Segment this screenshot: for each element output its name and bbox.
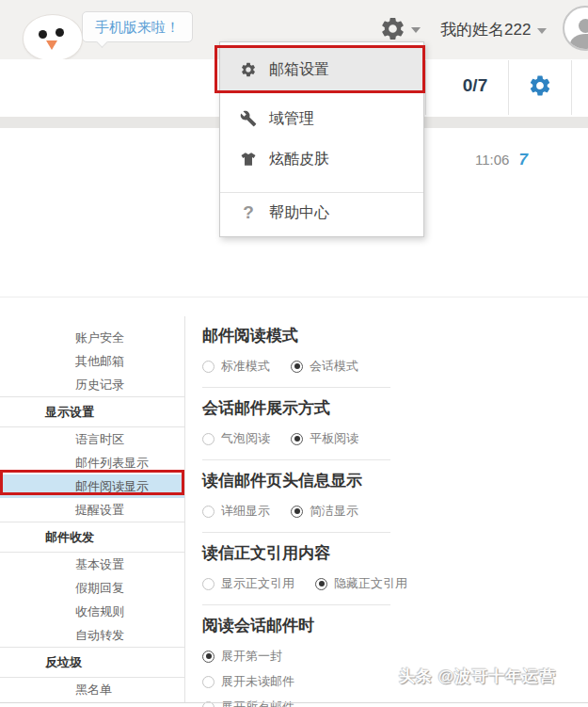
- sidebar-item-mail-list-display[interactable]: 邮件列表显示: [0, 451, 184, 474]
- sidebar-item-label: 语言时区: [45, 432, 124, 446]
- bubble-tail: [96, 36, 108, 48]
- radio-option-concise-display[interactable]: 简洁显示: [291, 503, 358, 520]
- section-divider: [202, 532, 390, 533]
- section-title-when-reading-conversation: 阅读会话邮件时: [202, 616, 434, 635]
- sidebar-item-language-timezone[interactable]: 语言时区: [0, 427, 184, 451]
- radio-option-bubble-reading[interactable]: 气泡阅读: [202, 430, 270, 447]
- timestamp: 11:06: [475, 152, 509, 168]
- radio-label: 标准模式: [221, 358, 270, 375]
- section-title-quote-content: 读信正文引用内容: [202, 543, 434, 563]
- mascot-eye: [39, 30, 47, 39]
- sidebar-item-label: 基本设置: [45, 557, 124, 571]
- radio-icon[interactable]: [202, 578, 215, 590]
- radio-label: 气泡阅读: [221, 430, 270, 447]
- radio-label: 展开第一封: [221, 648, 282, 665]
- menu-item-label: 域管理: [269, 109, 314, 129]
- menu-item-help-center[interactable]: ? 帮助中心: [220, 197, 423, 229]
- sidebar-item-label: 邮件列表显示: [45, 456, 149, 470]
- radio-option-hide-quote[interactable]: 隐藏正文引用: [315, 575, 407, 592]
- sidebar-item-auto-forward[interactable]: 自动转发: [0, 623, 184, 647]
- pagination-counter: 0/7: [442, 75, 508, 96]
- sidebar-header-display-settings: 显示设置: [0, 396, 184, 427]
- sidebar-divider: [184, 316, 185, 703]
- radio-label: 平板阅读: [310, 430, 358, 447]
- gear-icon: [379, 15, 406, 42]
- menu-item-domain-management[interactable]: 域管理: [220, 103, 423, 135]
- radio-selected-icon[interactable]: [291, 433, 303, 445]
- menu-divider: [220, 192, 423, 193]
- sidebar-item-receiving-rules[interactable]: 收信规则: [0, 600, 184, 623]
- radio-option-show-quote[interactable]: 显示正文引用: [202, 575, 294, 592]
- sidebar-item-other-mailboxes[interactable]: 其他邮箱: [0, 349, 184, 373]
- sidebar-item-vacation-reply[interactable]: 假期回复: [0, 576, 184, 600]
- radio-selected-icon[interactable]: [315, 578, 327, 590]
- settings-content: 邮件阅读模式 标准模式 会话模式 会话邮件展示方式 气泡阅读 平板阅读 读信邮件…: [202, 326, 434, 707]
- username: 我的姓名222: [440, 21, 531, 39]
- sidebar-item-label: 黑名单: [45, 683, 112, 697]
- toolbar-divider: [571, 60, 572, 115]
- sidebar-item-account-security[interactable]: 账户安全: [0, 326, 184, 349]
- radio-selected-icon[interactable]: [202, 651, 215, 663]
- settings-dropdown-menu: 邮箱设置 域管理 炫酷皮肤 ? 帮助中心: [219, 41, 424, 237]
- chevron-down-icon: [537, 28, 547, 34]
- sidebar-item-label: 其他邮箱: [45, 354, 124, 368]
- radio-selected-icon[interactable]: [291, 361, 303, 373]
- sidebar-item-blacklist[interactable]: 黑名单: [0, 678, 184, 701]
- sidebar-item-label: 历史记录: [45, 378, 124, 392]
- radio-icon[interactable]: [202, 361, 215, 373]
- question-icon: ?: [240, 202, 257, 223]
- radio-icon[interactable]: [202, 676, 215, 688]
- radio-option-conversation-mode[interactable]: 会话模式: [291, 358, 358, 375]
- user-avatar[interactable]: [563, 6, 588, 51]
- radio-icon[interactable]: [202, 506, 215, 518]
- radio-option-expand-first[interactable]: 展开第一封: [202, 648, 434, 665]
- user-account-menu[interactable]: 我的姓名222: [440, 19, 547, 40]
- section-divider: [202, 387, 390, 388]
- bottom-border-line: [0, 702, 588, 703]
- menu-item-label: 炫酷皮肤: [269, 150, 329, 169]
- sidebar-item-label: 收信规则: [45, 604, 124, 619]
- radio-label: 显示正文引用: [221, 575, 294, 592]
- settings-sidebar: 账户安全 其他邮箱 历史记录 显示设置 语言时区 邮件列表显示 邮件阅读显示 提…: [0, 326, 184, 701]
- section-divider: [202, 459, 390, 460]
- section-title-conversation-display: 会话邮件展示方式: [202, 398, 434, 418]
- radio-label: 简洁显示: [310, 503, 358, 520]
- sidebar-item-label: 提醒设置: [45, 503, 124, 517]
- section-title-reading-mode: 邮件阅读模式: [202, 326, 434, 345]
- mascot-beak: [46, 40, 57, 50]
- mobile-version-bubble[interactable]: 手机版来啦！: [82, 11, 193, 42]
- toolbar-divider: [508, 60, 509, 115]
- radio-group-conversation-display: 气泡阅读 平板阅读: [202, 430, 434, 447]
- section-divider: [202, 604, 390, 605]
- menu-item-cool-skins[interactable]: 炫酷皮肤: [220, 143, 423, 175]
- sidebar-item-history[interactable]: 历史记录: [0, 373, 184, 396]
- sidebar-item-basic-settings[interactable]: 基本设置: [0, 553, 184, 576]
- sidebar-item-label: 自动转发: [45, 628, 124, 642]
- sidebar-item-reminder-settings[interactable]: 提醒设置: [0, 498, 184, 522]
- sidebar-item-label: 邮件阅读显示: [45, 479, 149, 493]
- avatar-silhouette-body: [570, 34, 588, 51]
- radio-group-header-info: 详细显示 简洁显示: [202, 503, 434, 520]
- tshirt-icon: [240, 151, 257, 168]
- gear-icon: [528, 73, 552, 98]
- menu-item-mail-settings[interactable]: 邮箱设置: [220, 48, 423, 91]
- radio-icon[interactable]: [202, 433, 215, 445]
- radio-label: 详细显示: [221, 503, 270, 520]
- menu-item-label: 帮助中心: [269, 203, 329, 223]
- radio-group-reading-mode: 标准模式 会话模式: [202, 358, 434, 375]
- sidebar-item-label: 账户安全: [45, 330, 124, 345]
- radio-group-quote-content: 显示正文引用 隐藏正文引用: [202, 575, 434, 592]
- radio-option-standard-mode[interactable]: 标准模式: [202, 358, 270, 375]
- sidebar-header-send-receive: 邮件收发: [0, 522, 184, 553]
- radio-option-detailed-display[interactable]: 详细显示: [202, 503, 270, 520]
- radio-label: 会话模式: [310, 358, 358, 375]
- sidebar-item-label: 假期回复: [45, 581, 124, 595]
- mascot-head: [23, 14, 83, 61]
- radio-option-flat-reading[interactable]: 平板阅读: [291, 430, 358, 447]
- sidebar-item-mail-reading-display[interactable]: 邮件阅读显示: [0, 474, 184, 498]
- radio-selected-icon[interactable]: [291, 506, 303, 518]
- menu-item-label: 邮箱设置: [269, 60, 329, 80]
- wrench-icon: [240, 110, 257, 127]
- sidebar-header-anti-spam: 反垃圾: [0, 647, 184, 678]
- list-settings-button[interactable]: [528, 73, 552, 102]
